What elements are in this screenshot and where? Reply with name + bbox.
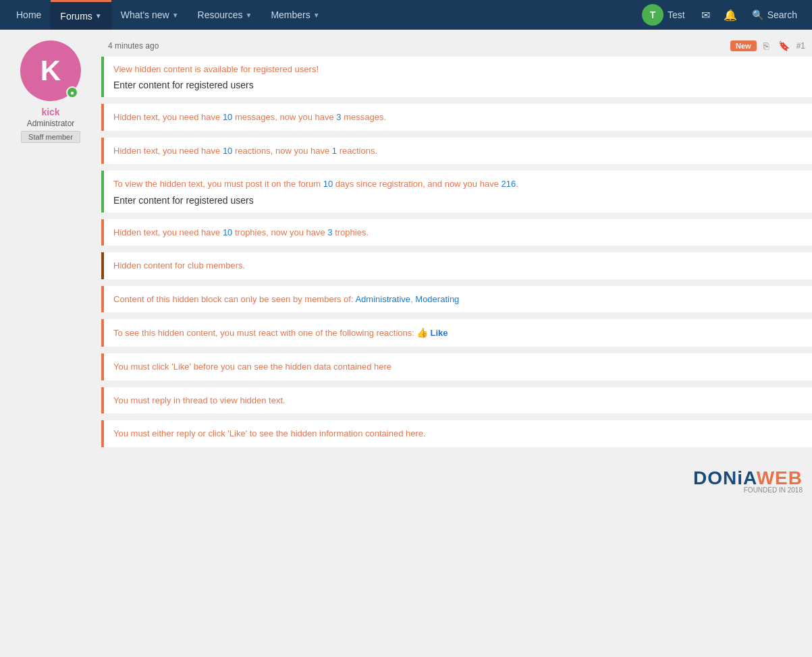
logo-area: DONiAWEB FOUNDED IN 2018	[101, 454, 812, 501]
post-number: #1	[796, 41, 805, 51]
nav-home[interactable]: Home	[7, 0, 51, 30]
block-1-notice: View hidden content is available for reg…	[113, 63, 803, 76]
members-chevron-icon: ▼	[313, 11, 320, 19]
block-8-notice: To see this hidden content, you must rea…	[113, 326, 803, 340]
site-logo: DONiAWEB FOUNDED IN 2018	[693, 467, 803, 494]
post-header: 4 minutes ago New ⎘ 🔖 #1	[101, 35, 812, 57]
online-badge: ●	[66, 86, 78, 98]
nav-whats-new[interactable]: What's new ▼	[111, 0, 188, 30]
whats-new-chevron-icon: ▼	[172, 11, 179, 19]
block-2-notice: Hidden text, you need have 10 messages, …	[113, 111, 803, 124]
resources-chevron-icon: ▼	[245, 11, 252, 19]
nav-forums[interactable]: Forums ▼	[51, 0, 111, 30]
sidebar-role: Administrator	[27, 119, 75, 128]
block-4-body: Enter content for registered users	[113, 195, 803, 206]
block-6-notice: Hidden content for club members.	[113, 259, 803, 273]
block-4-notice: To view the hidden text, you must post i…	[113, 177, 803, 191]
content-block-3: Hidden text, you need have 10 reactions,…	[101, 138, 812, 165]
content-block-5: Hidden text, you need have 10 trophies, …	[101, 219, 812, 246]
user-name-nav[interactable]: Test	[668, 9, 685, 20]
block-5-notice: Hidden text, you need have 10 trophies, …	[113, 226, 803, 239]
content-block-1: View hidden content is available for reg…	[101, 57, 812, 97]
logo-web: WEB	[757, 467, 803, 488]
sidebar: K ● kick Administrator Staff member	[0, 30, 101, 657]
search-button[interactable]: 🔍 Search	[744, 0, 805, 30]
search-icon: 🔍	[752, 9, 763, 20]
block-7-notice: Content of this hidden block can only be…	[113, 293, 803, 306]
nav-members[interactable]: Members ▼	[261, 0, 329, 30]
new-badge: New	[730, 40, 757, 51]
content-block-4: To view the hidden text, you must post i…	[101, 171, 812, 212]
content-block-9: You must click 'Like' before you can see…	[101, 353, 812, 380]
content-block-6: Hidden content for club members.	[101, 252, 812, 279]
staff-badge: Staff member	[21, 131, 80, 143]
logo-donia: DONiA	[693, 467, 757, 488]
content-block-7: Content of this hidden block can only be…	[101, 286, 812, 313]
block-10-notice: You must reply in thread to view hidden …	[113, 394, 803, 407]
forums-chevron-icon: ▼	[95, 12, 102, 20]
post-actions: New ⎘ 🔖 #1	[730, 39, 805, 53]
content-block-10: You must reply in thread to view hidden …	[101, 387, 812, 414]
content-area: 4 minutes ago New ⎘ 🔖 #1 View hidden con…	[101, 30, 812, 657]
nav-resources[interactable]: Resources ▼	[188, 0, 262, 30]
bookmark-icon[interactable]: 🔖	[776, 39, 792, 53]
bell-icon[interactable]: 🔔	[717, 0, 744, 30]
block-11-notice: You must either reply or click 'Like' to…	[113, 427, 803, 440]
content-block-2: Hidden text, you need have 10 messages, …	[101, 104, 812, 131]
post-time: 4 minutes ago	[108, 41, 159, 51]
avatar: K ●	[20, 40, 81, 101]
content-block-11: You must either reply or click 'Like' to…	[101, 420, 812, 447]
main-layout: K ● kick Administrator Staff member 4 mi…	[0, 30, 812, 657]
content-block-8: To see this hidden content, you must rea…	[101, 319, 812, 347]
user-avatar-nav[interactable]: T	[642, 4, 664, 26]
block-9-notice: You must click 'Like' before you can see…	[113, 360, 803, 374]
sidebar-username[interactable]: kick	[41, 107, 59, 117]
like-reaction[interactable]: Like	[416, 326, 448, 340]
top-navigation: Home Forums ▼ What's new ▼ Resources ▼ M…	[0, 0, 812, 30]
block-1-body: Enter content for registered users	[113, 80, 803, 90]
mail-icon[interactable]: ✉	[695, 0, 717, 30]
block-3-notice: Hidden text, you need have 10 reactions,…	[113, 144, 803, 158]
share-icon[interactable]: ⎘	[761, 39, 772, 53]
